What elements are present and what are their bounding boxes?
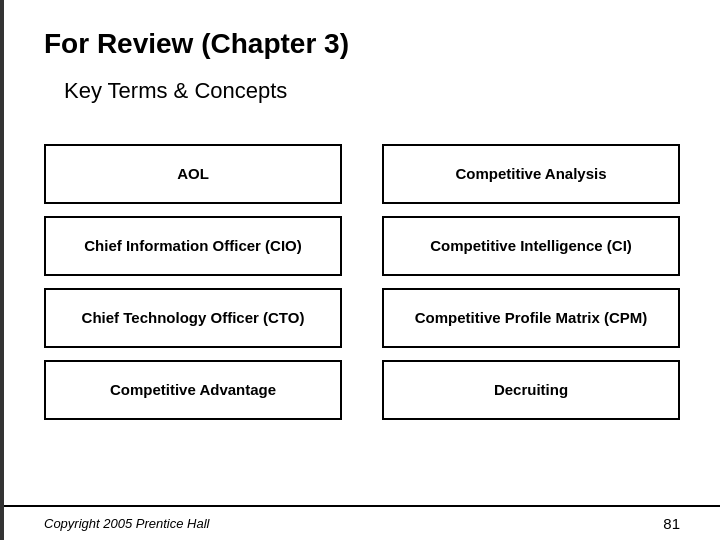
subtitle: Key Terms & Concepts [64,78,680,104]
term-box-competitive-intelligence: Competitive Intelligence (CI) [382,216,680,276]
footer-section: Copyright 2005 Prentice Hall 81 [4,505,720,540]
term-box-decruiting: Decruiting [382,360,680,420]
terms-grid: AOLCompetitive AnalysisChief Information… [4,124,720,430]
term-box-cto: Chief Technology Officer (CTO) [44,288,342,348]
page-container: For Review (Chapter 3) Key Terms & Conce… [0,0,720,540]
term-box-competitive-analysis: Competitive Analysis [382,144,680,204]
term-box-competitive-profile-matrix: Competitive Profile Matrix (CPM) [382,288,680,348]
page-title: For Review (Chapter 3) [44,28,680,60]
page-number: 81 [663,515,680,532]
term-box-aol: AOL [44,144,342,204]
term-box-cio: Chief Information Officer (CIO) [44,216,342,276]
term-box-competitive-advantage: Competitive Advantage [44,360,342,420]
header-section: For Review (Chapter 3) Key Terms & Conce… [4,0,720,114]
copyright-text: Copyright 2005 Prentice Hall [44,516,209,531]
